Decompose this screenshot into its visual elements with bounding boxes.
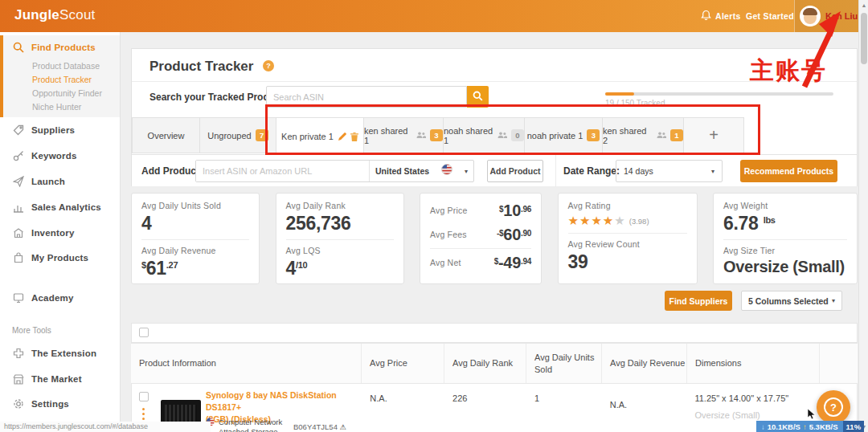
- tab-ken-shared-2[interactable]: ken shared 2 1: [602, 117, 684, 153]
- column-header[interactable]: Avg Daily Rank: [444, 344, 526, 383]
- product-tracker-panel: Product Tracker ? Search your Tracked Pr…: [131, 48, 858, 186]
- tab-ken-private-1[interactable]: Ken private 1: [276, 117, 364, 155]
- topbar-divider: [794, 0, 795, 32]
- stat-card-price-fees-net: Avg Price $10.96 Avg Fees -$60.90 Avg Ne…: [420, 193, 542, 284]
- column-header[interactable]: Product Information: [131, 344, 362, 383]
- search-asin-input[interactable]: [266, 86, 467, 108]
- stat-value: Oversize (Small): [723, 258, 847, 276]
- add-group-tab[interactable]: +: [683, 117, 744, 153]
- storefront-icon: [12, 373, 24, 385]
- extension-icon: [12, 348, 24, 360]
- column-header[interactable]: Avg Daily Units Sold: [526, 344, 602, 383]
- sidebar-label: My Products: [31, 253, 88, 263]
- plus-icon: +: [709, 126, 719, 145]
- sidebar-label: Find Products: [31, 43, 96, 52]
- add-product-row: Add Product: United States ▾: [132, 154, 857, 186]
- tab-ken-shared-1[interactable]: ken shared 1 3: [363, 117, 444, 153]
- monitor-icon: [12, 292, 24, 304]
- tracked-count-label: 19 / 150 Tracked: [605, 99, 665, 108]
- select-all-checkbox[interactable]: [139, 328, 149, 337]
- sidebar-item-launch[interactable]: Launch: [0, 173, 120, 190]
- sidebar-item-the-market[interactable]: The Market: [0, 371, 120, 387]
- recommend-products-button[interactable]: Recommend Products: [740, 160, 837, 182]
- stat-label: Avg Fees: [430, 230, 467, 239]
- get-started-button[interactable]: Get Started: [746, 0, 794, 32]
- tab-badge: 0: [511, 129, 524, 141]
- search-icon: [12, 42, 24, 54]
- summary-stat-cards: Avg Daily Units Sold 4 Avg Daily Revenue…: [131, 193, 858, 284]
- dimensions-value: 11.25" x 14.00" x 17.75": [694, 393, 819, 403]
- stat-unit: lbs: [764, 215, 776, 225]
- column-header[interactable]: Avg Price: [362, 344, 444, 383]
- people-icon: [657, 132, 666, 139]
- sidebar-item-sales-analytics[interactable]: Sales Analytics: [0, 199, 120, 215]
- chevron-down-icon: ▾: [465, 168, 468, 175]
- kebab-menu-icon[interactable]: [142, 408, 145, 420]
- vertical-scrollbar[interactable]: ▲ ▼: [858, 0, 868, 432]
- stat-value: 256,736: [286, 213, 394, 234]
- country-selector[interactable]: United States ▾: [369, 161, 473, 181]
- column-header[interactable]: Avg Daily Revenue: [602, 344, 687, 383]
- add-product-button[interactable]: Add Product: [487, 160, 543, 182]
- stat-decimals: .90: [521, 229, 531, 238]
- tab-noah-private-1[interactable]: noah private 1 3: [524, 117, 603, 153]
- tracked-progress-fill: [605, 92, 634, 96]
- download-speed: 10.1KB/S: [768, 422, 800, 431]
- browser-status-url: https://members.junglescout.com/#/databa…: [0, 422, 211, 432]
- stat-value: 4: [141, 213, 249, 234]
- row-checkbox[interactable]: [139, 392, 149, 401]
- tab-label: noah private 1: [527, 131, 583, 141]
- size-tier-value: Oversize (Small): [694, 410, 819, 420]
- sidebar-label: The Extension: [31, 348, 96, 358]
- search-button[interactable]: [467, 86, 489, 108]
- tab-ungrouped[interactable]: Ungrouped 7: [199, 117, 276, 153]
- junglescout-logo[interactable]: JungleScout: [14, 7, 95, 23]
- pencil-icon[interactable]: [338, 132, 346, 141]
- sidebar-item-the-extension[interactable]: The Extension: [0, 345, 120, 361]
- currency-sign: $: [499, 205, 503, 214]
- tab-label: Ungrouped: [207, 131, 251, 141]
- sidebar-item-product-database[interactable]: Product Database: [32, 61, 100, 71]
- divider: [132, 81, 857, 82]
- stat-label: Avg Price: [430, 206, 468, 215]
- sidebar-item-settings[interactable]: Settings: [0, 396, 120, 412]
- sidebar-item-find-products[interactable]: Find Products: [0, 39, 120, 55]
- username-label[interactable]: Ken Liu: [825, 11, 858, 21]
- asin-url-input[interactable]: [196, 161, 369, 181]
- find-suppliers-button[interactable]: Find Suppliers: [665, 291, 732, 311]
- date-range-select[interactable]: 14 days ▾: [616, 160, 723, 182]
- tab-overview[interactable]: Overview: [132, 117, 200, 153]
- stat-card-rank-lqs: Avg Daily Rank 256,736 Avg LQS 4/10: [276, 193, 404, 284]
- stat-label: Avg Size Tier: [723, 246, 847, 255]
- columns-selected-dropdown[interactable]: 5 Columns Selected ▾: [741, 291, 842, 311]
- stat-value: 4: [286, 258, 297, 279]
- sidebar-item-inventory[interactable]: Inventory: [0, 225, 120, 241]
- help-floating-button[interactable]: ?: [817, 390, 850, 424]
- tab-noah-shared-1[interactable]: noah shared 1 0: [443, 117, 525, 153]
- network-speed-badge: ↓ 10.1KB/S ↑ 5.3KB/S 11%: [756, 421, 864, 432]
- sidebar-item-opportunity-finder[interactable]: Opportunity Finder: [32, 88, 102, 98]
- column-header[interactable]: Dimensions: [687, 344, 820, 383]
- stat-decimals: .96: [521, 205, 531, 214]
- scrollbar-thumb[interactable]: [861, 13, 867, 64]
- trash-icon[interactable]: [350, 132, 358, 141]
- user-avatar[interactable]: [800, 6, 821, 26]
- tab-badge: 7: [256, 129, 268, 141]
- sidebar-item-my-products[interactable]: My Products: [0, 250, 120, 266]
- download-arrow-icon: ↓: [761, 422, 765, 431]
- warning-icon[interactable]: ⚠: [340, 423, 346, 431]
- sidebar-item-keywords[interactable]: Keywords: [0, 148, 120, 164]
- scroll-up-icon[interactable]: ▲: [859, 2, 868, 8]
- star-icon: ★★★★: [568, 214, 615, 228]
- sidebar-item-academy[interactable]: Academy: [0, 290, 120, 306]
- column-header-empty: [820, 344, 858, 383]
- stat-label: Avg Daily Revenue: [141, 246, 249, 255]
- title-help-icon[interactable]: ?: [263, 60, 274, 71]
- alerts-button[interactable]: Alerts: [701, 0, 741, 32]
- sidebar-item-product-tracker[interactable]: Product Tracker: [32, 75, 92, 84]
- stat-decimals: .94: [521, 257, 531, 266]
- sidebar-item-suppliers[interactable]: Suppliers: [0, 122, 120, 138]
- sidebar-item-niche-hunter[interactable]: Niche Hunter: [32, 102, 81, 112]
- warehouse-icon: [12, 227, 24, 239]
- divider: [286, 239, 394, 240]
